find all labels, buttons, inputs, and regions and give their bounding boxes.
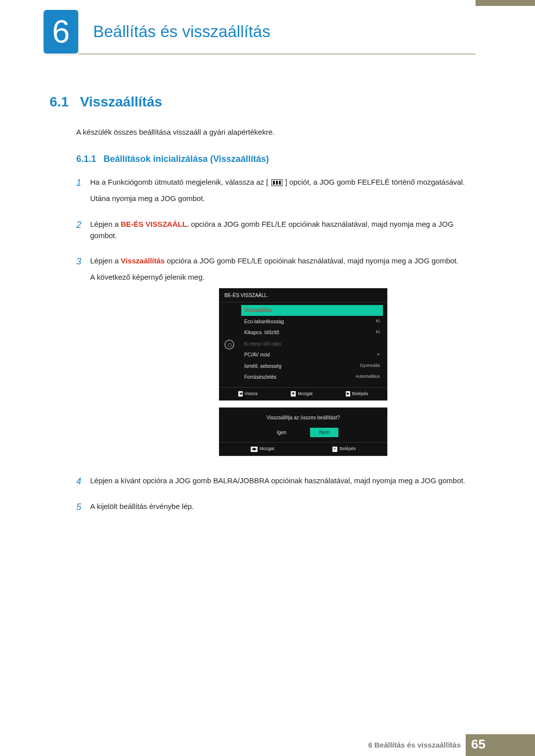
osd-label: Eco-takarékosság [244, 318, 284, 326]
osd-value: Gyorsulás [360, 362, 380, 370]
osd-footer-label: Belépés [352, 391, 369, 398]
enter-icon: ↵ [332, 447, 337, 452]
step-body: Lépjen a Visszaállítás opcióra a JOG gom… [90, 255, 458, 466]
osd-label: Ki ennyi idő után [244, 340, 281, 348]
osd-footer-back: ◀Vissza [238, 391, 258, 398]
step-text: opcióra a JOG gomb FEL/LE opcióinak hasz… [165, 256, 459, 265]
step-1: 1 Ha a Funkciógomb útmutató megjelenik, … [76, 176, 476, 209]
osd-value: Automatikus [355, 373, 380, 381]
move-icon: ◀▶ [251, 447, 258, 452]
osd-footer-enter: ▶Belépés [346, 391, 369, 398]
step-number: 4 [76, 475, 90, 491]
section-heading: 6.1 Visszaállítás [50, 94, 476, 110]
step-text: Lépjen a kívánt opcióra a JOG gomb BALRA… [90, 475, 465, 486]
osd-list: Visszaállítás Eco-takarékosság Ki Kikapc… [239, 302, 387, 387]
step-number: 3 [76, 255, 90, 466]
step-text: Lépjen a [90, 220, 121, 228]
chapter-number: 6 [52, 16, 70, 48]
back-icon: ◀ [238, 391, 243, 397]
step-text: Utána nyomja meg a JOG gombot. [90, 193, 465, 204]
confirm-buttons: Igen Nem [219, 428, 387, 438]
step-body: Ha a Funkciógomb útmutató megjelenik, vá… [90, 176, 465, 209]
confirm-footer-enter: ↵Belépés [332, 446, 356, 453]
osd-item-visszaallitas: Visszaállítás [241, 305, 383, 316]
confirm-question: Visszaállítja az összes beállítást? [219, 414, 387, 422]
osd-label: Forrásészlelés [244, 373, 276, 381]
step-3: 3 Lépjen a Visszaállítás opcióra a JOG g… [76, 255, 476, 466]
step-text: A kijelölt beállítás érvénybe lép. [90, 501, 194, 512]
confirm-no: Nem [310, 428, 338, 438]
osd-footer-move: ✚Mozgat [291, 391, 313, 398]
osd-value: Ki [376, 318, 380, 326]
subsection-number: 6.1.1 [76, 154, 96, 164]
osd-label: PC/AV mód [244, 351, 270, 359]
osd-item-ki-ennyi: Ki ennyi idő után [241, 339, 383, 350]
osd-label: Ismétl. sebesség [244, 362, 281, 370]
step-4: 4 Lépjen a kívánt opcióra a JOG gomb BAL… [76, 475, 476, 491]
step-2: 2 Lépjen a BE-ÉS VISSZAÁLL. opcióra a JO… [76, 218, 476, 247]
osd-header: BE-ÉS VISSZAÁLL. [219, 289, 387, 303]
confirm-footer-move: ◀▶Mozgat [251, 446, 274, 453]
step-text: ] opciót, a JOG gomb FELFELÉ történő moz… [285, 178, 465, 186]
osd-item-forras: Forrásészlelés Automatikus [241, 372, 383, 383]
step-text: Lépjen a [90, 256, 121, 265]
footer-chapter-title: 6 Beállítás és visszaállítás [368, 741, 461, 749]
page-content: 6.1 Visszaállítás A készülék összes beál… [50, 94, 476, 526]
top-accent-stripe [476, 0, 535, 6]
step-number: 2 [76, 218, 90, 247]
step-body: Lépjen a kívánt opcióra a JOG gomb BALRA… [90, 475, 465, 491]
osd-footer: ◀Vissza ✚Mozgat ▶Belépés [219, 387, 387, 401]
enter-icon: ▶ [346, 391, 350, 397]
osd-footer-label: Vissza [245, 391, 258, 398]
confirm-yes: Igen [268, 428, 295, 438]
confirm-footer: ◀▶Mozgat ↵Belépés [219, 442, 387, 455]
section-title: Visszaállítás [80, 94, 162, 109]
chapter-badge: 6 [44, 10, 78, 53]
gear-icon [224, 340, 234, 350]
move-icon: ✚ [291, 391, 296, 397]
osd-confirm-dialog: Visszaállítja az összes beállítást? Igen… [219, 407, 387, 456]
menu-icon [271, 179, 282, 186]
osd-item-eco: Eco-takarékosság Ki [241, 316, 383, 327]
osd-item-pcav: PC/AV mód [241, 350, 383, 360]
osd-body: Visszaállítás Eco-takarékosság Ki Kikapc… [219, 302, 387, 387]
step-number: 1 [76, 176, 90, 209]
confirm-footer-label: Mozgat [260, 446, 274, 453]
step-text: A következő képernyő jelenik meg. [90, 271, 458, 283]
step-body: A kijelölt beállítás érvénybe lép. [90, 501, 194, 517]
step-text: Ha a Funkciógomb útmutató megjelenik, vá… [90, 178, 268, 186]
highlight-red: Visszaállítás [121, 256, 165, 265]
section-number: 6.1 [50, 94, 69, 109]
osd-value: Ki [376, 329, 380, 337]
page-footer: 6 Beállítás és visszaállítás 65 [0, 734, 535, 756]
chapter-underline [78, 53, 476, 54]
osd-label: Visszaállítás [244, 306, 271, 314]
osd-footer-label: Mozgat [298, 391, 313, 398]
osd-menu: BE-ÉS VISSZAÁLL. Visszaállítás Eco-tak [219, 288, 387, 401]
step-5: 5 A kijelölt beállítás érvénybe lép. [76, 501, 476, 517]
confirm-footer-label: Belépés [339, 446, 356, 453]
section-intro: A készülék összes beállítása visszaáll a… [76, 128, 476, 136]
step-number: 5 [76, 501, 90, 517]
osd-label: Kikapcs. Időzítő [244, 329, 279, 337]
osd-side-icon [219, 302, 239, 387]
subsection-heading: 6.1.1 Beállítások inicializálása (Vissza… [76, 154, 476, 164]
chapter-title: Beállítás és visszaállítás [93, 22, 270, 41]
osd-item-ismetl: Ismétl. sebesség Gyorsulás [241, 361, 383, 372]
subsection-title: Beállítások inicializálása (Visszaállítá… [104, 154, 269, 164]
page-number: 65 [471, 737, 485, 752]
highlight-red: BE-ÉS VISSZAÁLL. [121, 220, 189, 228]
step-body: Lépjen a BE-ÉS VISSZAÁLL. opcióra a JOG … [90, 218, 476, 247]
steps-list: 1 Ha a Funkciógomb útmutató megjelenik, … [76, 176, 476, 517]
osd-item-kikapcs: Kikapcs. Időzítő Ki [241, 327, 383, 338]
osd-screenshot-group: BE-ÉS VISSZAÁLL. Visszaállítás Eco-tak [219, 288, 387, 456]
